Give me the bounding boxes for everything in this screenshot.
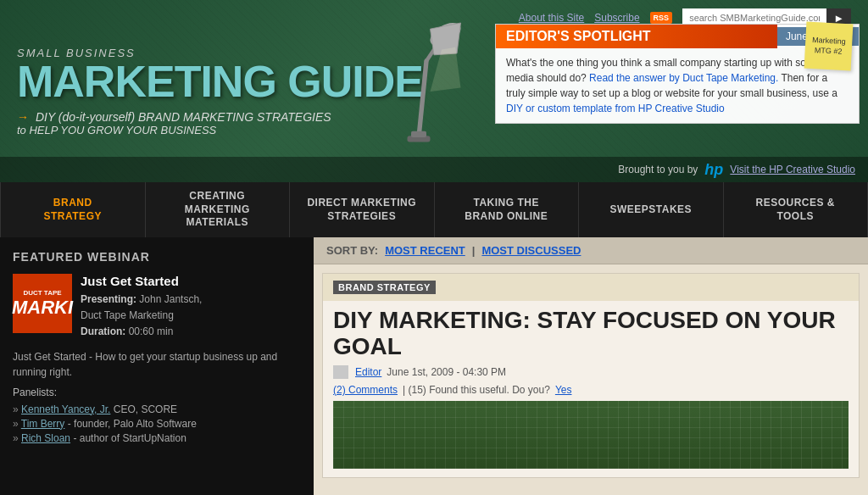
hp-bar: Brought to you by hp Visit the HP Creati… [0,157,868,182]
main-content: FEATURED WEBINAR DUCT TAPE MARKI Just Ge… [0,237,868,495]
spotlight-content: Marketing MTG #2 What's the one thing yo… [496,48,859,123]
article-header: BRAND STRATEGY [323,274,859,301]
help-text: to HELP YOU GROW YOUR BUSINESS [17,124,423,136]
panelists-title: Panelists: [13,387,301,398]
rss-icon[interactable]: RSS [650,12,673,24]
sort-divider: | [472,244,476,257]
hp-logo: hp [704,161,723,179]
svg-line-0 [419,61,426,137]
sort-most-discussed[interactable]: MOST DISCUSSED [481,244,581,257]
panelist-1: Kenneth Yancey, Jr. CEO, SCORE [13,403,301,415]
main-nav: BRAND STRATEGY CREATING MARKETING MATERI… [0,182,868,237]
duct-tape-label: DUCT TAPE [23,289,61,297]
duct-tape-link[interactable]: Read the answer by Duct Tape Marketing. [589,72,778,84]
panelist-3-link[interactable]: Rich Sloan [21,432,70,444]
marketing-text: MARKETING [17,57,276,106]
nav-taking-brand[interactable]: TAKING THE BRAND ONLINE [435,182,580,237]
goal-net [333,401,849,469]
panelist-3: Rich Sloan - author of StartUpNation [13,432,301,444]
arrow-icon: → [17,110,29,124]
brought-text: Brought to you by [618,164,698,175]
spotlight-box: EDITOR'S SPOTLIGHT June 15, 2009 Marketi… [495,24,860,124]
nav-sweepstakes[interactable]: SWEEPSTAKES [579,182,724,237]
visit-hp-link[interactable]: Visit the HP Creative Studio [730,164,855,175]
panelist-1-link[interactable]: Kenneth Yancey, Jr. [21,403,110,415]
content-area: SORT BY: MOST RECENT | MOST DISCUSSED BR… [314,237,868,495]
nav-direct-marketing[interactable]: DIRECT MARKETING STRATEGIES [290,182,435,237]
sort-label: SORT BY: [326,244,378,257]
lamp-svg [368,0,470,153]
marki-label: MARKI [12,297,73,319]
sort-bar: SORT BY: MOST RECENT | MOST DISCUSSED [314,237,868,264]
yes-link[interactable]: Yes [555,384,572,396]
webinar-info: DUCT TAPE MARKI Just Get Started Present… [13,274,301,341]
lamp-decoration [368,0,470,153]
subscribe-link[interactable]: Subscribe [594,12,639,24]
comments-link[interactable]: (2) Comments [333,384,398,396]
goal-image [333,401,849,469]
featured-webinar-title: FEATURED WEBINAR [13,250,301,264]
article-date: June 1st, 2009 - 04:30 PM [387,366,506,378]
webinar-title: Just Get Started [81,274,202,288]
editor-link[interactable]: Editor [355,366,381,378]
panelist-2: Tim Berry - founder, Palo Alto Software [13,418,301,430]
sidebar: FEATURED WEBINAR DUCT TAPE MARKI Just Ge… [0,237,314,495]
webinar-details: Just Get Started Presenting: John Jantsc… [81,274,202,341]
spotlight-header-row: EDITOR'S SPOTLIGHT June 15, 2009 [496,25,859,48]
article-meta-2: (2) Comments | (15) Found this useful. D… [323,384,859,401]
webinar-logo: DUCT TAPE MARKI [13,274,72,333]
header: About this Site Subscribe RSS ► SMALL BU… [0,0,868,182]
panelist-2-link[interactable]: Tim Berry [21,418,65,430]
nav-resources-tools[interactable]: RESOURCES & TOOLS [724,182,869,237]
article-card: BRAND STRATEGY DIY MARKETING: STAY FOCUS… [322,273,860,478]
hp-creative-link[interactable]: DIY or custom template from HP Creative … [506,103,725,114]
diy-text: → DIY (do-it-yourself) BRAND MARKETING S… [17,110,423,124]
article-meta: Editor June 1st, 2009 - 04:30 PM [323,365,859,384]
nav-brand-strategy[interactable]: BRAND STRATEGY [0,182,146,237]
webinar-presenter: Presenting: John Jantsch, Duct Tape Mark… [81,292,202,341]
editor-icon [333,365,348,379]
header-left: SMALL BUSINESS MARKETING GUIDE → DIY (do… [17,47,423,136]
svg-rect-6 [411,131,426,137]
article-tag: BRAND STRATEGY [333,281,436,294]
article-title: DIY MARKETING: STAY FOCUSED ON YOUR GOAL [323,301,859,365]
nav-creating-materials[interactable]: CREATING MARKETING MATERIALS [146,182,291,237]
spotlight-title: EDITOR'S SPOTLIGHT [496,25,777,48]
about-link[interactable]: About this Site [519,12,584,24]
sort-most-recent[interactable]: MOST RECENT [385,244,465,257]
marketing-guide-logo: MARKETING GUIDE [17,59,423,103]
article-image [333,401,849,469]
webinar-description: Just Get Started - How to get your start… [13,349,301,380]
found-text: | (15) Found this useful. Do you? [403,384,550,396]
sticky-note: Marketing MTG #2 [804,22,854,71]
